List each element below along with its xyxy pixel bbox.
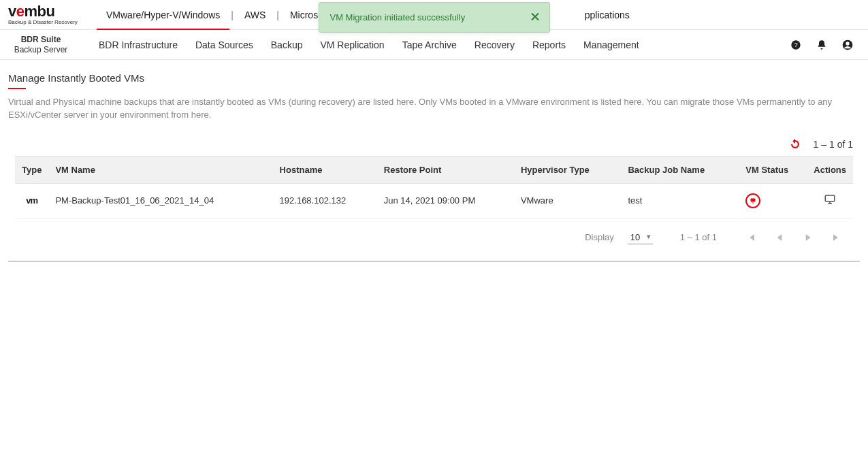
- subnav-recovery[interactable]: Recovery: [466, 39, 524, 50]
- th-hostname[interactable]: Hostname: [273, 156, 377, 183]
- page-next-icon[interactable]: [801, 231, 815, 244]
- pager: Display 10 1 – 1 of 1: [8, 221, 860, 262]
- context-line2: Backup Server: [14, 45, 68, 54]
- subnav-data-sources[interactable]: Data Sources: [187, 39, 262, 50]
- top-right-icons: ?: [790, 30, 868, 59]
- cell-hostname: 192.168.102.132: [273, 183, 377, 218]
- display-label: Display: [585, 232, 614, 242]
- display-select[interactable]: 10: [628, 231, 653, 244]
- refresh-icon[interactable]: [789, 138, 801, 150]
- th-restore-point[interactable]: Restore Point: [377, 156, 514, 183]
- cell-actions: [807, 183, 853, 218]
- page-last-icon[interactable]: [830, 231, 843, 244]
- title-underline: [8, 88, 26, 89]
- help-icon[interactable]: ?: [790, 39, 801, 50]
- range-top: 1 – 1 of 1: [814, 139, 853, 150]
- cell-restore-point: Jun 14, 2021 09:00 PM: [377, 183, 514, 218]
- topnav-aws[interactable]: AWS: [235, 0, 275, 29]
- page-content: Manage Instantly Booted VMs Virtual and …: [0, 60, 868, 262]
- sub-nav: BDR Infrastructure Data Sources Backup V…: [82, 30, 790, 59]
- cell-hypervisor-type: VMware: [514, 183, 622, 218]
- bell-icon[interactable]: [816, 39, 827, 50]
- user-icon[interactable]: [842, 39, 853, 50]
- topnav-applications[interactable]: pplications: [575, 0, 639, 29]
- nav-separator: |: [275, 10, 280, 20]
- context-line1: BDR Suite: [21, 35, 61, 44]
- table-header-row: Type VM Name Hostname Restore Point Hype…: [15, 156, 853, 183]
- status-badge-icon[interactable]: [745, 193, 760, 208]
- monitor-icon[interactable]: [824, 193, 836, 206]
- page-prev-icon[interactable]: [773, 231, 786, 244]
- page-first-icon[interactable]: [744, 231, 758, 244]
- subnav-bdr-infrastructure[interactable]: BDR Infrastructure: [90, 39, 187, 50]
- th-actions[interactable]: Actions: [807, 156, 853, 183]
- nav-separator: |: [229, 10, 235, 20]
- svg-rect-4: [751, 198, 756, 201]
- cell-type: vm: [15, 183, 48, 218]
- svg-rect-6: [825, 195, 835, 201]
- close-icon[interactable]: [530, 10, 540, 25]
- cell-vm-name: PM-Backup-Test01_16_06_2021_14_04: [48, 183, 272, 218]
- svg-point-3: [846, 42, 849, 45]
- page-nav-icons: [744, 231, 843, 244]
- cell-backup-job-name: test: [621, 183, 739, 218]
- toast-message: VM Migration initiated successfully: [330, 12, 466, 22]
- th-type[interactable]: Type: [15, 156, 48, 183]
- vmware-type-icon: vm: [26, 195, 37, 206]
- pager-range: 1 – 1 of 1: [680, 232, 717, 242]
- subnav-tape-archive[interactable]: Tape Archive: [393, 39, 466, 50]
- th-backup-job-name[interactable]: Backup Job Name: [621, 156, 739, 183]
- svg-text:?: ?: [794, 42, 797, 48]
- th-hypervisor-type[interactable]: Hypervisor Type: [514, 156, 622, 183]
- subnav-vm-replication[interactable]: VM Replication: [311, 39, 393, 50]
- vm-table: Type VM Name Hostname Restore Point Hype…: [15, 156, 853, 218]
- logo-subtext: Backup & Disaster Recovery: [8, 20, 83, 25]
- th-vm-status[interactable]: VM Status: [739, 156, 807, 183]
- logo[interactable]: vembu Backup & Disaster Recovery: [8, 4, 83, 25]
- cell-vm-status: [739, 183, 807, 218]
- subnav-reports[interactable]: Reports: [524, 39, 575, 50]
- table-row: vm PM-Backup-Test01_16_06_2021_14_04 192…: [15, 183, 853, 218]
- toast-success: VM Migration initiated successfully: [319, 2, 550, 33]
- subnav-management[interactable]: Management: [575, 39, 648, 50]
- subnav-backup[interactable]: Backup: [262, 39, 312, 50]
- context-brand: BDR Suite Backup Server: [0, 30, 82, 59]
- table-toolbar: 1 – 1 of 1: [8, 138, 860, 150]
- page-description: Virtual and Physical machine backups tha…: [8, 96, 852, 122]
- page-title: Manage Instantly Booted VMs: [8, 72, 860, 84]
- logo-text: vembu: [8, 4, 83, 19]
- sub-bar: BDR Suite Backup Server BDR Infrastructu…: [0, 30, 868, 60]
- svg-rect-5: [752, 202, 754, 203]
- topnav-vmware[interactable]: VMware/Hyper-V/Windows: [97, 0, 229, 29]
- display-select-wrap: 10: [628, 231, 653, 244]
- th-vm-name[interactable]: VM Name: [48, 156, 272, 183]
